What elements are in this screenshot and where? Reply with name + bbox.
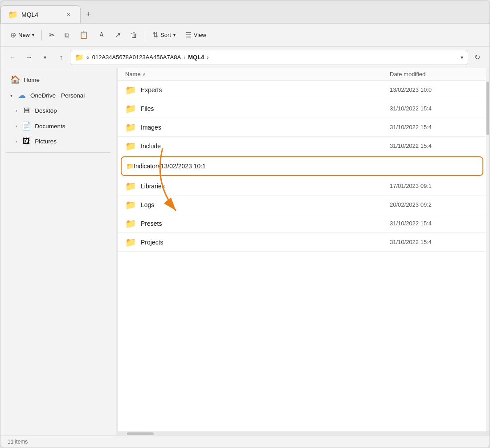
vertical-scrollbar-thumb[interactable]	[486, 81, 489, 135]
refresh-button[interactable]: ↻	[470, 50, 484, 65]
col-name-label: Name	[125, 71, 141, 77]
recent-button[interactable]: ▾	[38, 50, 52, 65]
delete-button[interactable]: 🗑	[126, 29, 142, 42]
status-bar: 11 items	[0, 435, 490, 448]
address-folder-icon: 📁	[75, 53, 84, 61]
file-date-indicators: 13/02/2023 10:1	[161, 163, 206, 170]
desktop-expand-icon: ›	[16, 108, 17, 113]
tab-bar: 📁 MQL4 ✕ +	[0, 0, 490, 24]
address-path-current: MQL4	[188, 54, 204, 61]
new-chevron-icon: ▾	[32, 33, 34, 37]
documents-expand-icon: ›	[16, 124, 17, 129]
cut-button[interactable]: ✂	[45, 28, 59, 42]
sidebar-item-documents[interactable]: › 📄 Documents	[3, 118, 113, 134]
col-date-label: Date modified	[390, 71, 425, 77]
new-label: New	[18, 32, 30, 38]
table-row[interactable]: 📁 Experts 13/02/2023 10:0	[118, 81, 486, 99]
rename-button[interactable]: Ａ	[94, 28, 110, 42]
table-row[interactable]: 📁 Images 31/10/2022 15:4	[118, 118, 486, 137]
column-headers: Name ∧ Date modified	[118, 68, 486, 81]
toolbar-separator-2	[145, 30, 145, 41]
sidebar-item-pictures-label: Pictures	[35, 138, 57, 145]
file-date-experts: 13/02/2023 10:0	[390, 86, 479, 93]
paste-icon: 📋	[79, 31, 88, 39]
file-date-projects: 31/10/2022 15:4	[390, 239, 479, 245]
folder-icon-logs: 📁	[125, 200, 136, 210]
main-content: 🏠 Home ▾ ☁ OneDrive - Personal › 🖥 Deskt…	[0, 68, 490, 435]
tab-folder-icon: 📁	[8, 10, 18, 20]
new-icon: ⊕	[10, 31, 16, 39]
address-chevron-1: «	[86, 54, 90, 61]
sort-arrow-icon: ∧	[143, 72, 146, 77]
horizontal-scrollbar-thumb[interactable]	[127, 432, 154, 435]
table-row[interactable]: 📁 Projects 31/10/2022 15:4	[118, 233, 486, 252]
address-bar[interactable]: 📁 « 012A34A5678A0123AA456A7A8A › MQL4 › …	[70, 50, 468, 65]
vertical-scrollbar[interactable]	[486, 68, 490, 432]
file-area: Name ∧ Date modified 📁 Experts 13/02/202…	[118, 68, 490, 435]
folder-icon-libraries: 📁	[125, 181, 136, 191]
file-name-presets: Presets	[141, 220, 390, 227]
sort-button[interactable]: ⇅ Sort ▾	[148, 28, 180, 42]
horizontal-scrollbar[interactable]	[118, 432, 490, 435]
file-area-inner: Name ∧ Date modified 📁 Experts 13/02/202…	[118, 68, 490, 432]
home-icon: 🏠	[10, 75, 20, 85]
file-name-files: Files	[141, 105, 390, 112]
sidebar-item-desktop[interactable]: › 🖥 Desktop	[3, 103, 113, 118]
up-button[interactable]: ↑	[54, 50, 68, 65]
col-name-header[interactable]: Name ∧	[125, 71, 390, 77]
table-row[interactable]: 📁 Files 31/10/2022 15:4	[118, 99, 486, 118]
tab-close-button[interactable]: ✕	[64, 10, 73, 19]
address-path-prefix: 012A34A5678A0123AA456A7A8A	[92, 54, 181, 61]
sort-icon: ⇅	[152, 31, 158, 39]
file-date-libraries: 17/01/2023 09:1	[390, 183, 479, 189]
table-row[interactable]: 📁 Include 31/10/2022 15:4	[118, 137, 486, 155]
address-dropdown-button[interactable]: ▾	[461, 54, 463, 61]
file-date-images: 31/10/2022 15:4	[390, 124, 479, 130]
file-name-images: Images	[141, 124, 390, 131]
file-date-presets: 31/10/2022 15:4	[390, 220, 479, 227]
sort-label: Sort	[160, 32, 171, 38]
sidebar-item-home-label: Home	[24, 77, 40, 83]
table-row-indicators[interactable]: 📁 Indicators 13/02/2023 10:1	[121, 156, 483, 176]
pictures-expand-icon: ›	[16, 139, 17, 144]
share-button[interactable]: ↗	[110, 28, 125, 42]
sidebar-item-home[interactable]: 🏠 Home	[3, 72, 113, 87]
documents-icon: 📄	[21, 121, 31, 131]
file-name-experts: Experts	[141, 86, 390, 94]
paste-button[interactable]: 📋	[75, 28, 93, 42]
back-button[interactable]: ←	[6, 50, 20, 65]
col-date-header[interactable]: Date modified	[390, 71, 479, 77]
table-row[interactable]: 📁 Presets 31/10/2022 15:4	[118, 214, 486, 233]
folder-icon-indicators: 📁	[126, 163, 134, 170]
sidebar-item-pictures[interactable]: › 🖼 Pictures	[3, 134, 113, 149]
folder-icon-presets: 📁	[125, 218, 136, 229]
file-list-container: Name ∧ Date modified 📁 Experts 13/02/202…	[118, 68, 486, 432]
file-name-indicators: Indicators	[134, 163, 161, 170]
address-chevron-3: ›	[207, 54, 208, 61]
file-date-include: 31/10/2022 15:4	[390, 143, 479, 149]
sidebar-item-onedrive[interactable]: ▾ ☁ OneDrive - Personal	[3, 88, 113, 103]
toolbar-separator-1	[41, 30, 42, 41]
forward-button[interactable]: →	[22, 50, 36, 65]
sidebar-item-documents-label: Documents	[35, 123, 65, 130]
folder-icon-experts: 📁	[125, 85, 136, 95]
table-row[interactable]: 📁 Libraries 17/01/2023 09:1	[118, 177, 486, 195]
file-name-libraries: Libraries	[141, 183, 390, 190]
view-label: View	[194, 32, 206, 38]
view-icon: ☰	[185, 31, 192, 39]
tab-mql4[interactable]: 📁 MQL4 ✕	[0, 5, 81, 23]
table-row[interactable]: 📁 Logs 20/02/2023 09:2	[118, 195, 486, 214]
desktop-icon: 🖥	[21, 106, 31, 115]
tab-label: MQL4	[21, 11, 38, 18]
sidebar-item-desktop-label: Desktop	[35, 107, 57, 114]
folder-icon-images: 📁	[125, 122, 136, 133]
view-button[interactable]: ☰ View	[181, 28, 211, 42]
new-button[interactable]: ⊕ New ▾	[6, 28, 39, 42]
cut-icon: ✂	[49, 31, 55, 39]
folder-icon-files: 📁	[125, 103, 136, 114]
copy-icon: ⧉	[65, 31, 69, 39]
copy-button[interactable]: ⧉	[60, 29, 74, 42]
new-tab-button[interactable]: +	[81, 6, 97, 22]
share-icon: ↗	[115, 31, 121, 39]
file-name-projects: Projects	[141, 239, 390, 246]
